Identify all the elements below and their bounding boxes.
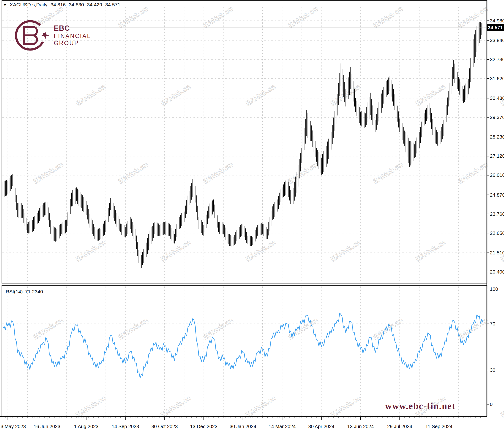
watermark-text: EAHub.cn: [244, 82, 277, 107]
time-axis-label: 13 Dec 2023: [190, 424, 217, 429]
logo-sparkle-icon: [42, 32, 49, 39]
watermark-text: EAHub.cn: [287, 160, 319, 185]
time-axis-label: 11 Sep 2024: [425, 424, 453, 429]
watermark-text: EAHub.cn: [202, 4, 234, 29]
watermark-text: EAHub.cn: [414, 82, 447, 107]
price-axis-label: 26.010: [490, 172, 504, 178]
watermark-text: EAHub.cn: [372, 160, 404, 185]
rsi-value: 71.2340: [25, 289, 43, 294]
symbol-dropdown-icon[interactable]: ▼: [3, 3, 7, 7]
price-axis-label: 24.870: [490, 192, 504, 198]
rsi-axis-label: 0: [490, 401, 493, 407]
price-chart-canvas[interactable]: EAHub.cnEAHub.cnEAHub.cnEAHub.cnEAHub.cn…: [0, 0, 504, 434]
price-axis-label: 22.650: [490, 230, 504, 236]
watermark-text: EAHub.cn: [74, 82, 107, 107]
ebc-logo-text: EBC FINANCIAL GROUP: [54, 24, 91, 47]
watermark-text: EAHub.cn: [329, 394, 362, 419]
rsi-axis-label: 30: [490, 367, 495, 373]
price-axis-label: 31.620: [490, 76, 504, 81]
current-price-badge: 34.571: [487, 24, 504, 31]
watermark-text: EAHub.cn: [117, 4, 149, 29]
watermark-text: EAHub.cn: [457, 160, 489, 185]
price-axis-label: 34.980: [490, 18, 504, 23]
time-axis-label: 13 Jun 2024: [347, 424, 374, 429]
ohlc-close: 34.571: [105, 2, 120, 8]
watermark-text: EAHub.cn: [499, 82, 504, 107]
watermark-text: EAHub.cn: [74, 394, 107, 419]
rsi-axis-label: 100: [490, 286, 498, 292]
watermark-text: EAHub.cn: [244, 394, 277, 419]
trading-chart-window: EAHub.cnEAHub.cnEAHub.cnEAHub.cnEAHub.cn…: [0, 0, 504, 434]
price-axis-label: 29.370: [490, 114, 504, 120]
rsi-axis-label: 70: [490, 321, 495, 326]
rsi-label: RSI(14): [6, 289, 23, 294]
time-axis-label: 14 Mar 2024: [269, 424, 296, 429]
watermark-text: EAHub.cn: [159, 238, 192, 263]
time-axis-label: 30 Jan 2024: [230, 424, 256, 429]
watermark-text: EAHub.cn: [202, 316, 234, 341]
time-axis-label: 16 Jun 2023: [34, 424, 60, 429]
logo-line3: GROUP: [54, 40, 91, 47]
watermark-text: EAHub.cn: [32, 316, 64, 341]
watermark-text: EAHub.cn: [457, 4, 489, 29]
watermark-text: EAHub.cn: [117, 160, 149, 185]
price-axis-label: 21.510: [490, 250, 504, 255]
time-axis-label: 1 Aug 2023: [74, 424, 99, 429]
logo-monogram: [24, 27, 37, 44]
logo-line2: FINANCIAL: [54, 33, 91, 40]
time-axis-label: 30 Apr 2024: [308, 424, 335, 429]
chart-header: ▼ XAGUSD.s,Daily 34.816 34.830 34.429 34…: [3, 2, 120, 8]
price-axis-label: 32.730: [490, 57, 504, 62]
price-axis-label: 27.120: [490, 153, 504, 159]
time-axis-label: 14 Sep 2023: [112, 424, 139, 429]
watermark-text: EAHub.cn: [329, 238, 362, 263]
watermark-text: EAHub.cn: [159, 82, 192, 107]
watermark-text: EAHub.cn: [32, 160, 64, 185]
watermark-text: EAHub.cn: [74, 238, 107, 263]
price-axis-label: 20.400: [490, 269, 504, 274]
watermark-text: EAHub.cn: [414, 238, 447, 263]
price-axis-label: 23.760: [490, 211, 504, 217]
price-axis-label: 30.480: [490, 95, 504, 101]
ohlc-low: 34.429: [87, 2, 102, 8]
ebc-logo-icon: [13, 17, 49, 54]
rsi-indicator-caption: RSI(14)71.2340: [6, 289, 43, 295]
logo-line1: EBC: [54, 24, 91, 33]
watermark-text: EAHub.cn: [202, 160, 234, 185]
time-axis-label: 3 May 2023: [0, 424, 26, 429]
watermark-text: EAHub.cn: [159, 394, 192, 419]
ohlc-high: 34.830: [69, 2, 84, 8]
footer-website-link: www.ebc-fin.net: [385, 401, 456, 411]
watermark-text: EAHub.cn: [457, 316, 489, 341]
price-axis-label: 33.840: [490, 37, 504, 43]
ebc-logo: EBC FINANCIAL GROUP: [13, 17, 91, 54]
rsi-panel-border: [2, 286, 487, 416]
time-axis-label: 30 Oct 2023: [152, 424, 178, 429]
time-axis-label: 29 Jul 2024: [387, 424, 412, 429]
symbol-timeframe-label: XAGUSD.s,Daily: [10, 2, 47, 8]
watermark-text: EAHub.cn: [117, 316, 149, 341]
price-axis-label: 28.230: [490, 134, 504, 139]
watermark-text: EAHub.cn: [287, 4, 319, 29]
watermark-text: EAHub.cn: [499, 394, 504, 419]
ohlc-open: 34.816: [51, 2, 66, 8]
watermark-text: EAHub.cn: [372, 4, 404, 29]
